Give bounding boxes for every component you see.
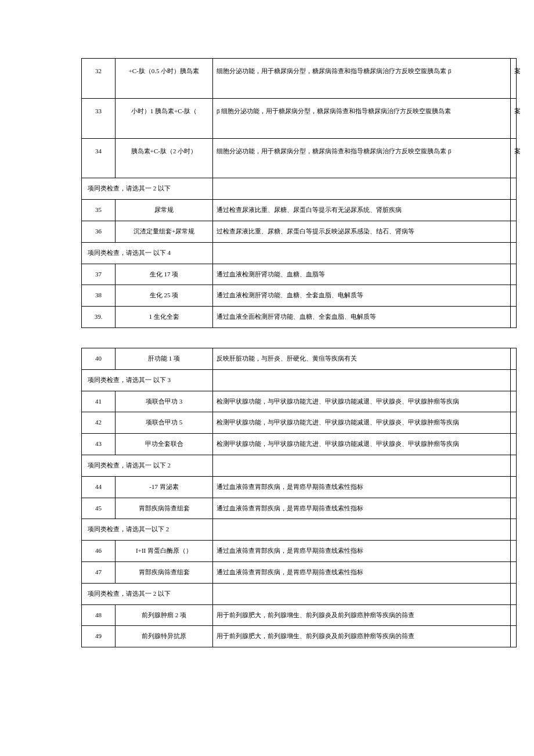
table-row: 35尿常规通过检查尿液比重、尿糖、尿蛋白等提示有无泌尿系统、肾脏疾病 <box>82 200 517 221</box>
row-end: 案 <box>511 98 517 138</box>
row-number: 43 <box>82 434 116 455</box>
row-number: 35 <box>82 200 116 221</box>
item-description: 通过检查尿液比重、尿糖、尿蛋白等提示有无泌尿系统、肾脏疾病 <box>213 200 511 221</box>
row-end <box>511 434 517 455</box>
table-row: 49前列腺特异抗原用于前列腺肥大，前列腺增生、前列腺炎及前列腺癌肿瘤等疾病的筛查 <box>82 626 517 647</box>
item-description: 用于前列腺肥大，前列腺增生、前列腺炎及前列腺癌肿瘤等疾病的筛查 <box>213 604 511 626</box>
row-end <box>511 348 517 369</box>
table-gap <box>81 328 517 348</box>
group-empty <box>213 519 511 541</box>
table-row: 39.1 生化全套通过血液全面检测肝肾功能、血糖、全套血脂、电解质等 <box>82 307 517 328</box>
group-header: 项同类检查，请选其一 以下 2 <box>82 455 213 476</box>
group-header: 项同类检查，请选其一 以下 3 <box>82 369 213 391</box>
row-number: 42 <box>82 412 116 434</box>
row-end <box>511 307 517 328</box>
row-number: 48 <box>82 604 116 626</box>
document-page: 32+C-肽（0.5 小时）胰岛素细胞分泌功能，用于糖尿病分型，糖尿病筛查和指导… <box>0 0 534 682</box>
row-end <box>511 626 517 647</box>
table-row: 44-17 胃泌素通过血液筛查胃部疾病，是胃癌早期筛查线索性指标 <box>82 476 517 498</box>
item-name: 胰岛素+C-肽（2 小时） <box>116 138 213 178</box>
group-empty <box>213 242 511 264</box>
item-description: 通过血液筛查胃部疾病，是胃癌早期筛查线索性指标 <box>213 541 511 562</box>
row-end <box>511 285 517 307</box>
table-row: 42项联合甲功 5检测甲状腺功能，与甲状腺功能亢进、甲状腺功能减退、甲状腺炎、甲… <box>82 412 517 434</box>
item-description: 反映肝脏功能，与肝炎、肝硬化、黄疸等疾病有关 <box>213 348 511 369</box>
item-description: 用于前列腺肥大，前列腺增生、前列腺炎及前列腺癌肿瘤等疾病的筛查 <box>213 626 511 647</box>
row-number: 38 <box>82 285 116 307</box>
row-end <box>511 242 517 264</box>
table-row: 项同类检查，请选其一 以下 2 <box>82 455 517 476</box>
table-row: 项同类检查，请选其一 2 以下 <box>82 178 517 200</box>
row-number: 32 <box>82 59 116 99</box>
group-empty <box>213 455 511 476</box>
table-row: 41项联合甲功 3检测甲状腺功能，与甲状腺功能亢进、甲状腺功能减退、甲状腺炎、甲… <box>82 391 517 412</box>
item-name: 肝功能 1 项 <box>116 348 213 369</box>
group-header: 项同类检查，请选其一以下 2 <box>82 519 213 541</box>
row-end <box>511 264 517 285</box>
row-number: 49 <box>82 626 116 647</box>
item-description: 通过血液全面检测肝肾功能、血糖、全套血脂、电解质等 <box>213 307 511 328</box>
row-end <box>511 412 517 434</box>
group-empty <box>213 369 511 391</box>
row-number: 41 <box>82 391 116 412</box>
row-number: 40 <box>82 348 116 369</box>
table-row: 36沉渣定量组套+尿常规过检查尿液比重、尿糖、尿蛋白等提示反映泌尿系感染、结石、… <box>82 221 517 242</box>
group-header: 项同类检查，请选其一 以下 4 <box>82 242 213 264</box>
table-row: 43甲功全套联合检测甲状腺功能，与甲状腺功能亢进、甲状腺功能减退、甲状腺炎、甲状… <box>82 434 517 455</box>
group-header: 项同类检查，请选其一 2 以下 <box>82 178 213 200</box>
table-row: 项同类检查，请选其一 以下 4 <box>82 242 517 264</box>
table-row: 37生化 17 项通过血液检测肝肾功能、血糖、血脂等 <box>82 264 517 285</box>
row-end <box>511 519 517 541</box>
item-name: +C-肽（0.5 小时）胰岛素 <box>116 59 213 99</box>
item-name: 小时）1 胰岛素+C-肽（ <box>116 98 213 138</box>
item-name: 项联合甲功 5 <box>116 412 213 434</box>
item-name: I+II 胃蛋白酶原（） <box>116 541 213 562</box>
row-end: 案 <box>511 138 517 178</box>
item-name: 生化 17 项 <box>116 264 213 285</box>
table-row: 46I+II 胃蛋白酶原（）通过血液筛查胃部疾病，是胃癌早期筛查线索性指标 <box>82 541 517 562</box>
table-row: 32+C-肽（0.5 小时）胰岛素细胞分泌功能，用于糖尿病分型，糖尿病筛查和指导… <box>82 59 517 99</box>
table-row: 45胃部疾病筛查组套通过血液筛查胃部疾病，是胃癌早期筛查线索性指标 <box>82 498 517 519</box>
table-row: 48前列腺肿瘤 2 项用于前列腺肥大，前列腺增生、前列腺炎及前列腺癌肿瘤等疾病的… <box>82 604 517 626</box>
item-description: 细胞分泌功能，用于糖尿病分型，糖尿病筛查和指导糖尿病治疗方反映空腹胰岛素 β <box>213 59 511 99</box>
item-name: 1 生化全套 <box>116 307 213 328</box>
item-description: 通过血液检测肝肾功能、血糖、全套血脂、电解质等 <box>213 285 511 307</box>
group-header: 项同类检查，请选其一 2 以下 <box>82 583 213 604</box>
item-description: 检测甲状腺功能，与甲状腺功能亢进、甲状腺功能减退、甲状腺炎、甲状腺肿瘤等疾病 <box>213 412 511 434</box>
row-number: 36 <box>82 221 116 242</box>
row-end <box>511 541 517 562</box>
row-number: 33 <box>82 98 116 138</box>
row-number: 47 <box>82 561 116 583</box>
row-end <box>511 498 517 519</box>
row-number: 39. <box>82 307 116 328</box>
item-description: 通过血液筛查胃部疾病，是胃癌早期筛查线索性指标 <box>213 561 511 583</box>
item-name: 尿常规 <box>116 200 213 221</box>
row-end <box>511 604 517 626</box>
table-row: 38生化 25 项通过血液检测肝肾功能、血糖、全套血脂、电解质等 <box>82 285 517 307</box>
item-name: 甲功全套联合 <box>116 434 213 455</box>
row-end <box>511 178 517 200</box>
row-number: 46 <box>82 541 116 562</box>
item-name: 生化 25 项 <box>116 285 213 307</box>
group-empty <box>213 583 511 604</box>
row-end <box>511 476 517 498</box>
item-name: 沉渣定量组套+尿常规 <box>116 221 213 242</box>
row-end <box>511 369 517 391</box>
item-description: 通过血液筛查胃部疾病，是胃癌早期筛查线索性指标 <box>213 498 511 519</box>
item-name: 胃部疾病筛查组套 <box>116 561 213 583</box>
item-description: 通过血液筛查胃部疾病，是胃癌早期筛查线索性指标 <box>213 476 511 498</box>
item-name: 前列腺肿瘤 2 项 <box>116 604 213 626</box>
row-end: 案 <box>511 59 517 99</box>
table-row: 40肝功能 1 项反映肝脏功能，与肝炎、肝硬化、黄疸等疾病有关 <box>82 348 517 369</box>
table-row: 34胰岛素+C-肽（2 小时）细胞分泌功能，用于糖尿病分型，糖尿病筛查和指导糖尿… <box>82 138 517 178</box>
row-number: 37 <box>82 264 116 285</box>
row-end <box>511 561 517 583</box>
item-name: 项联合甲功 3 <box>116 391 213 412</box>
table-row: 项同类检查，请选其一 2 以下 <box>82 583 517 604</box>
item-description: β 细胞分泌功能，用于糖尿病分型，糖尿病筛查和指导糖尿病治疗方反映空腹胰岛素 <box>213 98 511 138</box>
table-row: 项同类检查，请选其一以下 2 <box>82 519 517 541</box>
row-number: 44 <box>82 476 116 498</box>
item-name: -17 胃泌素 <box>116 476 213 498</box>
item-description: 通过血液检测肝肾功能、血糖、血脂等 <box>213 264 511 285</box>
row-number: 34 <box>82 138 116 178</box>
